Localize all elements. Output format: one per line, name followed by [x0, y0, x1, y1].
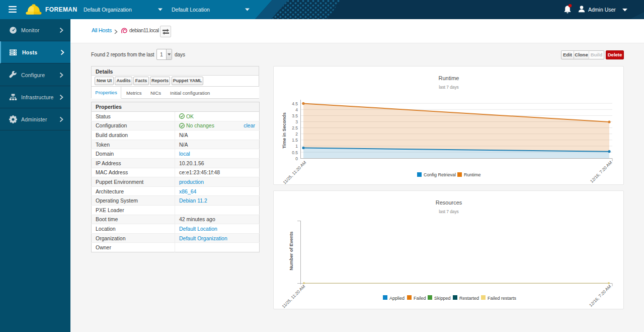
svg-text:2.5: 2.5	[292, 125, 298, 130]
svg-text:Failed restarts: Failed restarts	[488, 296, 517, 301]
svg-text:Runtime: Runtime	[464, 172, 481, 177]
svg-text:Runtime: Runtime	[439, 75, 459, 81]
svg-text:4: 4	[295, 107, 298, 112]
svg-text:last 7 days: last 7 days	[439, 85, 459, 90]
svg-text:12/16, 7:20 AM: 12/16, 7:20 AM	[588, 284, 612, 308]
svg-text:3: 3	[295, 119, 298, 124]
svg-text:Time in Seconds: Time in Seconds	[282, 112, 287, 148]
svg-text:1.5: 1.5	[292, 138, 298, 143]
svg-text:Failed: Failed	[414, 296, 426, 301]
svg-text:0.5: 0.5	[292, 150, 298, 155]
svg-text:Restarted: Restarted	[459, 296, 479, 301]
svg-text:4.5: 4.5	[292, 101, 298, 106]
svg-text:11/25, 11:20 AM: 11/25, 11:20 AM	[282, 160, 307, 184]
svg-text:Config Retrieval: Config Retrieval	[424, 172, 456, 177]
svg-text:1: 1	[295, 144, 298, 149]
svg-text:last 7 days: last 7 days	[439, 209, 459, 214]
svg-text:12/16, 7:20 AM: 12/16, 7:20 AM	[589, 160, 613, 184]
svg-text:2: 2	[295, 131, 298, 137]
svg-text:Applied: Applied	[389, 296, 405, 301]
svg-text:Resources: Resources	[436, 200, 462, 206]
svg-text:11/25, 11:20 AM: 11/25, 11:20 AM	[281, 284, 306, 309]
svg-text:3.5: 3.5	[292, 113, 298, 118]
svg-text:Number of Events: Number of Events	[289, 231, 294, 270]
svg-text:Skipped: Skipped	[434, 296, 451, 301]
svg-text:0: 0	[295, 156, 298, 161]
svg-text:FOREMAN: FOREMAN	[45, 6, 77, 13]
